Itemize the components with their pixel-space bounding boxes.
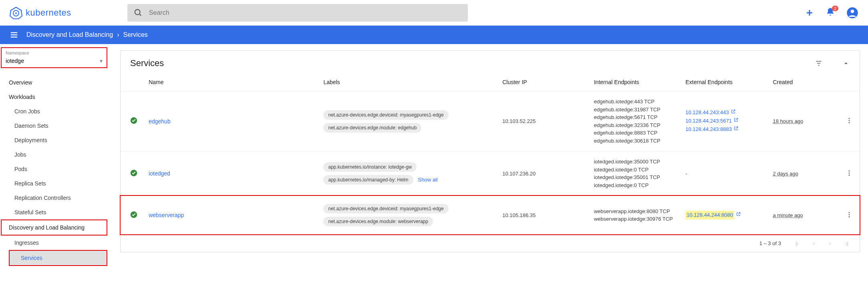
status-ok-icon <box>130 117 137 124</box>
sidebar-replica-sets[interactable]: Replica Sets <box>3 176 109 191</box>
external-endpoints: 10.128.44.244:8080 <box>681 196 768 235</box>
sidebar: Namespace iotedge ▾ Overview Workloads C… <box>0 44 112 274</box>
main-content: Services Name Labels Cluster IP Internal… <box>112 44 868 274</box>
svg-point-8 <box>851 9 854 13</box>
internal-endpoints: edgehub.iotedge:443 TCPedgehub.iotedge:3… <box>589 91 681 151</box>
svg-point-25 <box>849 214 850 215</box>
show-all-link[interactable]: Show all <box>418 177 438 183</box>
external-endpoints: - <box>681 151 768 196</box>
sidebar-jobs[interactable]: Jobs <box>3 147 109 162</box>
sidebar-replication-controllers[interactable]: Replication Controllers <box>3 191 109 205</box>
column-external-endpoints[interactable]: External Endpoints <box>681 73 768 91</box>
service-name-link[interactable]: webserverapp <box>149 212 184 218</box>
logo[interactable]: kubernetes <box>10 6 71 19</box>
internal-endpoints: iotedged.iotedge:35000 TCPiotedged.ioted… <box>589 151 681 196</box>
label-chip: app.kubernetes.io/instance: iotedge-gw <box>323 162 417 172</box>
column-cluster-ip[interactable]: Cluster IP <box>497 73 589 91</box>
sidebar-overview[interactable]: Overview <box>3 75 109 90</box>
svg-point-3 <box>135 9 140 14</box>
launch-icon <box>736 211 741 219</box>
notifications-icon[interactable]: 2 <box>826 7 835 18</box>
table-row: iotedgedapp.kubernetes.io/instance: iote… <box>121 151 860 196</box>
cluster-ip: 10.107.236.20 <box>497 151 589 196</box>
column-name[interactable]: Name <box>144 73 318 91</box>
sidebar-ingresses[interactable]: Ingresses <box>3 236 109 250</box>
create-icon[interactable] <box>805 8 814 18</box>
label-chip: app.kubernetes.io/managed-by: Helm <box>323 175 413 185</box>
account-icon[interactable] <box>846 7 858 19</box>
internal-endpoints: webserverapp.iotedge:8080 TCPwebserverap… <box>589 196 681 235</box>
external-endpoint-link[interactable]: 10.128.44.243:5671 <box>685 117 763 125</box>
prev-page-icon[interactable]: ‹ <box>813 240 815 246</box>
launch-icon <box>733 117 739 125</box>
namespace-value: iotedge <box>6 58 24 64</box>
service-name-link[interactable]: iotedged <box>149 170 170 177</box>
app-header: kubernetes 2 <box>0 0 868 26</box>
header-actions: 2 <box>805 7 858 19</box>
column-labels[interactable]: Labels <box>318 73 497 91</box>
sidebar-services[interactable]: Services <box>9 250 107 266</box>
table-row: edgehubnet.azure-devices.edge.deviceid: … <box>121 91 860 151</box>
svg-point-17 <box>849 120 850 121</box>
namespace-selector[interactable]: Namespace iotedge ▾ <box>1 47 107 68</box>
svg-point-18 <box>849 122 850 123</box>
page-info: 1 – 3 of 3 <box>759 240 781 246</box>
breadcrumb-separator-icon: › <box>117 31 119 38</box>
collapse-icon[interactable] <box>842 59 850 67</box>
services-table: Name Labels Cluster IP Internal Endpoint… <box>121 73 860 234</box>
services-card: Services Name Labels Cluster IP Internal… <box>120 50 860 252</box>
external-endpoints: 10.128.44.243:44310.128.44.243:567110.12… <box>681 91 768 151</box>
external-endpoint-link[interactable]: 10.128.44.243:8883 <box>685 125 763 134</box>
status-ok-icon <box>130 169 137 177</box>
search-icon <box>134 8 143 17</box>
last-page-icon[interactable]: ›| <box>845 240 848 246</box>
search-input[interactable] <box>149 9 461 16</box>
dropdown-icon: ▾ <box>100 58 103 64</box>
card-title: Services <box>130 58 164 68</box>
table-row: webserverappnet.azure-devices.edge.devic… <box>121 196 860 235</box>
sidebar-discovery-lb[interactable]: Discovery and Load Balancing <box>1 219 107 236</box>
svg-point-21 <box>849 172 850 173</box>
column-internal-endpoints[interactable]: Internal Endpoints <box>589 73 681 91</box>
row-menu-icon[interactable] <box>846 211 853 218</box>
launch-icon <box>733 125 739 134</box>
created-time: 18 hours ago <box>773 118 803 124</box>
breadcrumb-parent[interactable]: Discovery and Load Balancing <box>26 31 113 38</box>
sidebar-workloads[interactable]: Workloads <box>3 90 109 104</box>
service-name-link[interactable]: edgehub <box>149 118 171 125</box>
svg-point-24 <box>849 212 850 213</box>
launch-icon <box>731 109 736 117</box>
notification-count: 2 <box>832 6 838 11</box>
filter-icon[interactable] <box>815 59 823 67</box>
external-endpoint-link[interactable]: 10.128.44.243:443 <box>685 109 763 117</box>
label-chip: net.azure-devices.edge.deviceid: myasegp… <box>323 204 448 213</box>
svg-point-16 <box>849 118 850 119</box>
svg-point-2 <box>15 12 17 14</box>
hamburger-menu-icon[interactable] <box>10 30 18 39</box>
breadcrumb-current: Services <box>123 31 147 38</box>
sidebar-stateful-sets[interactable]: Stateful Sets <box>3 205 109 219</box>
cluster-ip: 10.103.52.225 <box>497 91 589 151</box>
search-field[interactable] <box>127 4 468 22</box>
namespace-label: Namespace <box>6 50 103 55</box>
sidebar-cron-jobs[interactable]: Cron Jobs <box>3 104 109 119</box>
svg-point-26 <box>849 216 850 217</box>
created-time: a minute ago <box>773 212 803 218</box>
sidebar-daemon-sets[interactable]: Daemon Sets <box>3 119 109 133</box>
first-page-icon[interactable]: |‹ <box>795 240 799 246</box>
sidebar-pods[interactable]: Pods <box>3 162 109 176</box>
column-created[interactable]: Created <box>768 73 839 91</box>
svg-line-4 <box>139 14 141 16</box>
next-page-icon[interactable]: › <box>829 240 831 246</box>
breadcrumb-bar: Discovery and Load Balancing › Services <box>0 26 868 44</box>
kubernetes-logo-icon <box>10 6 22 19</box>
external-endpoint-link[interactable]: 10.128.44.244:8080 <box>685 211 763 220</box>
row-menu-icon[interactable] <box>846 117 853 124</box>
sidebar-deployments[interactable]: Deployments <box>3 133 109 147</box>
cluster-ip: 10.105.186.35 <box>497 196 589 235</box>
label-chip: net.azure-devices.edge.deviceid: myasegp… <box>323 110 448 120</box>
pagination: 1 – 3 of 3 |‹ ‹ › ›| <box>121 234 860 252</box>
svg-point-22 <box>849 174 850 175</box>
row-menu-icon[interactable] <box>846 169 853 177</box>
label-chip: net.azure-devices.edge.module: webserver… <box>323 217 433 226</box>
